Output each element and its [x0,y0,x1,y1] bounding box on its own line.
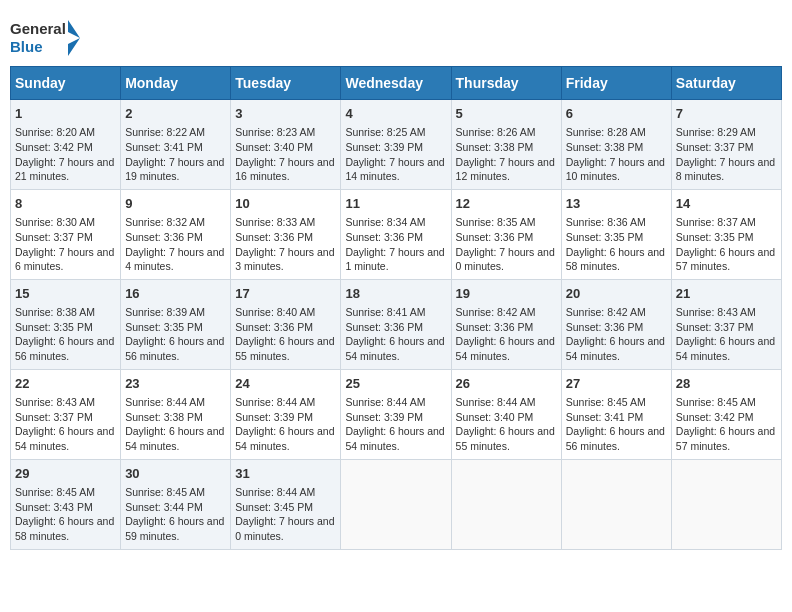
sunrise-text: Sunrise: 8:43 AM [15,396,95,408]
daylight-text: Daylight: 6 hours and 54 minutes. [125,425,224,452]
sunrise-text: Sunrise: 8:37 AM [676,216,756,228]
daylight-text: Daylight: 7 hours and 6 minutes. [15,246,114,273]
sunrise-text: Sunrise: 8:22 AM [125,126,205,138]
calendar-cell: 6Sunrise: 8:28 AMSunset: 3:38 PMDaylight… [561,100,671,190]
daylight-text: Daylight: 7 hours and 19 minutes. [125,156,224,183]
calendar-cell: 13Sunrise: 8:36 AMSunset: 3:35 PMDayligh… [561,189,671,279]
calendar-cell: 10Sunrise: 8:33 AMSunset: 3:36 PMDayligh… [231,189,341,279]
day-number: 3 [235,105,336,123]
daylight-text: Daylight: 6 hours and 59 minutes. [125,515,224,542]
sunset-text: Sunset: 3:38 PM [566,141,644,153]
day-number: 5 [456,105,557,123]
daylight-text: Daylight: 6 hours and 55 minutes. [456,425,555,452]
sunrise-text: Sunrise: 8:45 AM [15,486,95,498]
header-sunday: Sunday [11,67,121,100]
day-number: 10 [235,195,336,213]
calendar-cell: 2Sunrise: 8:22 AMSunset: 3:41 PMDaylight… [121,100,231,190]
calendar-cell: 15Sunrise: 8:38 AMSunset: 3:35 PMDayligh… [11,279,121,369]
sunset-text: Sunset: 3:40 PM [456,411,534,423]
calendar-cell: 19Sunrise: 8:42 AMSunset: 3:36 PMDayligh… [451,279,561,369]
sunset-text: Sunset: 3:41 PM [125,141,203,153]
svg-text:General: General [10,20,66,37]
sunset-text: Sunset: 3:35 PM [566,231,644,243]
daylight-text: Daylight: 6 hours and 55 minutes. [235,335,334,362]
sunset-text: Sunset: 3:36 PM [125,231,203,243]
sunrise-text: Sunrise: 8:23 AM [235,126,315,138]
day-number: 17 [235,285,336,303]
sunrise-text: Sunrise: 8:42 AM [456,306,536,318]
sunrise-text: Sunrise: 8:44 AM [235,486,315,498]
calendar-cell: 23Sunrise: 8:44 AMSunset: 3:38 PMDayligh… [121,369,231,459]
svg-text:Blue: Blue [10,38,43,55]
calendar-cell: 17Sunrise: 8:40 AMSunset: 3:36 PMDayligh… [231,279,341,369]
day-number: 30 [125,465,226,483]
daylight-text: Daylight: 6 hours and 54 minutes. [235,425,334,452]
calendar-cell: 14Sunrise: 8:37 AMSunset: 3:35 PMDayligh… [671,189,781,279]
sunset-text: Sunset: 3:44 PM [125,501,203,513]
sunrise-text: Sunrise: 8:44 AM [456,396,536,408]
header-tuesday: Tuesday [231,67,341,100]
sunset-text: Sunset: 3:39 PM [345,411,423,423]
sunrise-text: Sunrise: 8:35 AM [456,216,536,228]
sunset-text: Sunset: 3:36 PM [235,231,313,243]
day-number: 21 [676,285,777,303]
sunset-text: Sunset: 3:36 PM [235,321,313,333]
header-saturday: Saturday [671,67,781,100]
calendar-cell: 18Sunrise: 8:41 AMSunset: 3:36 PMDayligh… [341,279,451,369]
sunset-text: Sunset: 3:43 PM [15,501,93,513]
sunrise-text: Sunrise: 8:40 AM [235,306,315,318]
logo-svg: General Blue [10,16,82,60]
daylight-text: Daylight: 6 hours and 58 minutes. [15,515,114,542]
sunset-text: Sunset: 3:42 PM [676,411,754,423]
daylight-text: Daylight: 6 hours and 54 minutes. [345,335,444,362]
sunset-text: Sunset: 3:37 PM [15,231,93,243]
day-number: 18 [345,285,446,303]
day-number: 31 [235,465,336,483]
page-header: General Blue [10,10,782,60]
sunset-text: Sunset: 3:35 PM [15,321,93,333]
sunrise-text: Sunrise: 8:43 AM [676,306,756,318]
calendar-cell [671,459,781,549]
daylight-text: Daylight: 6 hours and 57 minutes. [676,425,775,452]
sunset-text: Sunset: 3:37 PM [676,141,754,153]
day-number: 15 [15,285,116,303]
sunset-text: Sunset: 3:42 PM [15,141,93,153]
calendar-cell: 31Sunrise: 8:44 AMSunset: 3:45 PMDayligh… [231,459,341,549]
sunset-text: Sunset: 3:36 PM [456,321,534,333]
daylight-text: Daylight: 7 hours and 16 minutes. [235,156,334,183]
sunset-text: Sunset: 3:45 PM [235,501,313,513]
logo: General Blue [10,16,82,60]
day-number: 13 [566,195,667,213]
daylight-text: Daylight: 6 hours and 54 minutes. [566,335,665,362]
calendar-cell: 27Sunrise: 8:45 AMSunset: 3:41 PMDayligh… [561,369,671,459]
day-number: 28 [676,375,777,393]
calendar-cell: 28Sunrise: 8:45 AMSunset: 3:42 PMDayligh… [671,369,781,459]
sunset-text: Sunset: 3:41 PM [566,411,644,423]
sunrise-text: Sunrise: 8:41 AM [345,306,425,318]
day-number: 25 [345,375,446,393]
calendar-header-row: SundayMondayTuesdayWednesdayThursdayFrid… [11,67,782,100]
sunrise-text: Sunrise: 8:38 AM [15,306,95,318]
day-number: 16 [125,285,226,303]
daylight-text: Daylight: 6 hours and 56 minutes. [15,335,114,362]
week-row-3: 15Sunrise: 8:38 AMSunset: 3:35 PMDayligh… [11,279,782,369]
calendar-cell: 9Sunrise: 8:32 AMSunset: 3:36 PMDaylight… [121,189,231,279]
week-row-1: 1Sunrise: 8:20 AMSunset: 3:42 PMDaylight… [11,100,782,190]
calendar-cell: 26Sunrise: 8:44 AMSunset: 3:40 PMDayligh… [451,369,561,459]
day-number: 26 [456,375,557,393]
sunrise-text: Sunrise: 8:44 AM [345,396,425,408]
sunset-text: Sunset: 3:36 PM [345,321,423,333]
sunrise-text: Sunrise: 8:32 AM [125,216,205,228]
daylight-text: Daylight: 6 hours and 56 minutes. [125,335,224,362]
sunset-text: Sunset: 3:37 PM [676,321,754,333]
day-number: 4 [345,105,446,123]
header-monday: Monday [121,67,231,100]
sunrise-text: Sunrise: 8:45 AM [676,396,756,408]
daylight-text: Daylight: 6 hours and 54 minutes. [15,425,114,452]
sunset-text: Sunset: 3:38 PM [125,411,203,423]
calendar-cell: 8Sunrise: 8:30 AMSunset: 3:37 PMDaylight… [11,189,121,279]
day-number: 8 [15,195,116,213]
day-number: 12 [456,195,557,213]
day-number: 2 [125,105,226,123]
day-number: 1 [15,105,116,123]
